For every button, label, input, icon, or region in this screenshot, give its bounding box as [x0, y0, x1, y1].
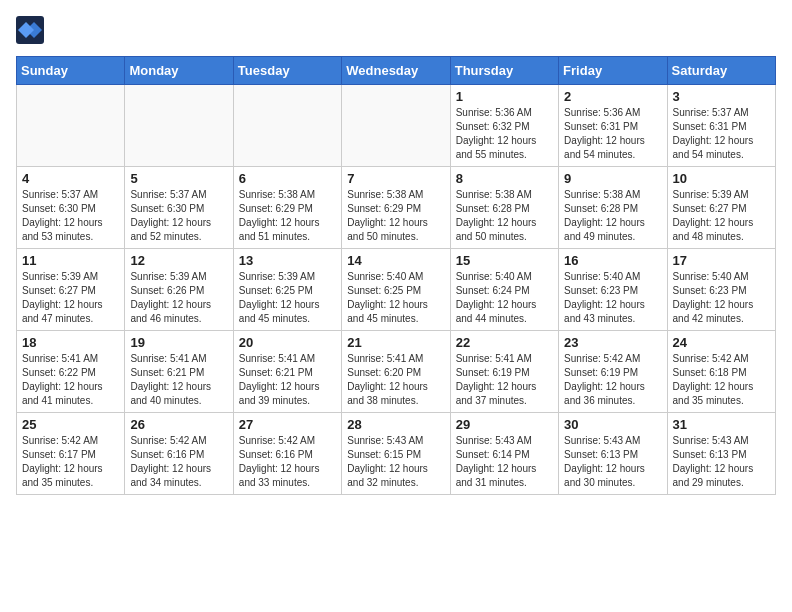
- day-number: 11: [22, 253, 119, 268]
- day-info: Sunrise: 5:38 AM Sunset: 6:29 PM Dayligh…: [239, 188, 336, 244]
- day-number: 25: [22, 417, 119, 432]
- logo: [16, 16, 48, 44]
- day-number: 16: [564, 253, 661, 268]
- day-info: Sunrise: 5:37 AM Sunset: 6:30 PM Dayligh…: [22, 188, 119, 244]
- day-info: Sunrise: 5:40 AM Sunset: 6:24 PM Dayligh…: [456, 270, 553, 326]
- day-number: 7: [347, 171, 444, 186]
- day-info: Sunrise: 5:42 AM Sunset: 6:16 PM Dayligh…: [239, 434, 336, 490]
- day-info: Sunrise: 5:39 AM Sunset: 6:26 PM Dayligh…: [130, 270, 227, 326]
- calendar-cell: 16Sunrise: 5:40 AM Sunset: 6:23 PM Dayli…: [559, 249, 667, 331]
- day-info: Sunrise: 5:37 AM Sunset: 6:31 PM Dayligh…: [673, 106, 770, 162]
- day-number: 1: [456, 89, 553, 104]
- day-number: 23: [564, 335, 661, 350]
- day-info: Sunrise: 5:41 AM Sunset: 6:21 PM Dayligh…: [130, 352, 227, 408]
- day-number: 27: [239, 417, 336, 432]
- weekday-header-saturday: Saturday: [667, 57, 775, 85]
- day-info: Sunrise: 5:40 AM Sunset: 6:25 PM Dayligh…: [347, 270, 444, 326]
- calendar-cell: 30Sunrise: 5:43 AM Sunset: 6:13 PM Dayli…: [559, 413, 667, 495]
- day-number: 12: [130, 253, 227, 268]
- weekday-header-monday: Monday: [125, 57, 233, 85]
- calendar-week-row-4: 18Sunrise: 5:41 AM Sunset: 6:22 PM Dayli…: [17, 331, 776, 413]
- day-number: 18: [22, 335, 119, 350]
- day-info: Sunrise: 5:43 AM Sunset: 6:13 PM Dayligh…: [564, 434, 661, 490]
- day-number: 21: [347, 335, 444, 350]
- day-info: Sunrise: 5:43 AM Sunset: 6:14 PM Dayligh…: [456, 434, 553, 490]
- weekday-header-thursday: Thursday: [450, 57, 558, 85]
- day-info: Sunrise: 5:38 AM Sunset: 6:28 PM Dayligh…: [564, 188, 661, 244]
- calendar-cell: 26Sunrise: 5:42 AM Sunset: 6:16 PM Dayli…: [125, 413, 233, 495]
- calendar-cell: 2Sunrise: 5:36 AM Sunset: 6:31 PM Daylig…: [559, 85, 667, 167]
- calendar-cell: 6Sunrise: 5:38 AM Sunset: 6:29 PM Daylig…: [233, 167, 341, 249]
- day-number: 10: [673, 171, 770, 186]
- calendar-cell: [233, 85, 341, 167]
- calendar-week-row-2: 4Sunrise: 5:37 AM Sunset: 6:30 PM Daylig…: [17, 167, 776, 249]
- day-number: 6: [239, 171, 336, 186]
- day-info: Sunrise: 5:38 AM Sunset: 6:28 PM Dayligh…: [456, 188, 553, 244]
- calendar-cell: 31Sunrise: 5:43 AM Sunset: 6:13 PM Dayli…: [667, 413, 775, 495]
- day-info: Sunrise: 5:40 AM Sunset: 6:23 PM Dayligh…: [673, 270, 770, 326]
- day-info: Sunrise: 5:39 AM Sunset: 6:27 PM Dayligh…: [22, 270, 119, 326]
- logo-icon: [16, 16, 44, 44]
- day-info: Sunrise: 5:41 AM Sunset: 6:21 PM Dayligh…: [239, 352, 336, 408]
- calendar-cell: 24Sunrise: 5:42 AM Sunset: 6:18 PM Dayli…: [667, 331, 775, 413]
- day-number: 3: [673, 89, 770, 104]
- day-info: Sunrise: 5:38 AM Sunset: 6:29 PM Dayligh…: [347, 188, 444, 244]
- day-info: Sunrise: 5:37 AM Sunset: 6:30 PM Dayligh…: [130, 188, 227, 244]
- day-number: 31: [673, 417, 770, 432]
- calendar-cell: 22Sunrise: 5:41 AM Sunset: 6:19 PM Dayli…: [450, 331, 558, 413]
- day-info: Sunrise: 5:42 AM Sunset: 6:16 PM Dayligh…: [130, 434, 227, 490]
- calendar-cell: 27Sunrise: 5:42 AM Sunset: 6:16 PM Dayli…: [233, 413, 341, 495]
- day-info: Sunrise: 5:36 AM Sunset: 6:31 PM Dayligh…: [564, 106, 661, 162]
- day-info: Sunrise: 5:36 AM Sunset: 6:32 PM Dayligh…: [456, 106, 553, 162]
- calendar: SundayMondayTuesdayWednesdayThursdayFrid…: [16, 56, 776, 495]
- weekday-header-friday: Friday: [559, 57, 667, 85]
- calendar-cell: 17Sunrise: 5:40 AM Sunset: 6:23 PM Dayli…: [667, 249, 775, 331]
- calendar-cell: 14Sunrise: 5:40 AM Sunset: 6:25 PM Dayli…: [342, 249, 450, 331]
- day-number: 8: [456, 171, 553, 186]
- day-number: 5: [130, 171, 227, 186]
- day-number: 14: [347, 253, 444, 268]
- calendar-cell: 11Sunrise: 5:39 AM Sunset: 6:27 PM Dayli…: [17, 249, 125, 331]
- calendar-cell: 18Sunrise: 5:41 AM Sunset: 6:22 PM Dayli…: [17, 331, 125, 413]
- day-number: 30: [564, 417, 661, 432]
- weekday-header-sunday: Sunday: [17, 57, 125, 85]
- calendar-cell: [17, 85, 125, 167]
- day-info: Sunrise: 5:43 AM Sunset: 6:13 PM Dayligh…: [673, 434, 770, 490]
- day-info: Sunrise: 5:39 AM Sunset: 6:27 PM Dayligh…: [673, 188, 770, 244]
- calendar-cell: 10Sunrise: 5:39 AM Sunset: 6:27 PM Dayli…: [667, 167, 775, 249]
- calendar-cell: 1Sunrise: 5:36 AM Sunset: 6:32 PM Daylig…: [450, 85, 558, 167]
- weekday-header-row: SundayMondayTuesdayWednesdayThursdayFrid…: [17, 57, 776, 85]
- day-number: 15: [456, 253, 553, 268]
- calendar-cell: 5Sunrise: 5:37 AM Sunset: 6:30 PM Daylig…: [125, 167, 233, 249]
- weekday-header-wednesday: Wednesday: [342, 57, 450, 85]
- day-number: 2: [564, 89, 661, 104]
- calendar-cell: 9Sunrise: 5:38 AM Sunset: 6:28 PM Daylig…: [559, 167, 667, 249]
- day-info: Sunrise: 5:41 AM Sunset: 6:22 PM Dayligh…: [22, 352, 119, 408]
- calendar-cell: 25Sunrise: 5:42 AM Sunset: 6:17 PM Dayli…: [17, 413, 125, 495]
- calendar-week-row-5: 25Sunrise: 5:42 AM Sunset: 6:17 PM Dayli…: [17, 413, 776, 495]
- day-number: 17: [673, 253, 770, 268]
- day-number: 26: [130, 417, 227, 432]
- day-info: Sunrise: 5:42 AM Sunset: 6:18 PM Dayligh…: [673, 352, 770, 408]
- day-info: Sunrise: 5:43 AM Sunset: 6:15 PM Dayligh…: [347, 434, 444, 490]
- calendar-cell: 12Sunrise: 5:39 AM Sunset: 6:26 PM Dayli…: [125, 249, 233, 331]
- calendar-cell: 19Sunrise: 5:41 AM Sunset: 6:21 PM Dayli…: [125, 331, 233, 413]
- calendar-cell: 21Sunrise: 5:41 AM Sunset: 6:20 PM Dayli…: [342, 331, 450, 413]
- calendar-cell: [125, 85, 233, 167]
- day-number: 4: [22, 171, 119, 186]
- calendar-cell: 3Sunrise: 5:37 AM Sunset: 6:31 PM Daylig…: [667, 85, 775, 167]
- calendar-week-row-1: 1Sunrise: 5:36 AM Sunset: 6:32 PM Daylig…: [17, 85, 776, 167]
- day-number: 9: [564, 171, 661, 186]
- day-number: 22: [456, 335, 553, 350]
- day-info: Sunrise: 5:42 AM Sunset: 6:19 PM Dayligh…: [564, 352, 661, 408]
- calendar-cell: [342, 85, 450, 167]
- day-number: 28: [347, 417, 444, 432]
- day-info: Sunrise: 5:41 AM Sunset: 6:19 PM Dayligh…: [456, 352, 553, 408]
- calendar-cell: 13Sunrise: 5:39 AM Sunset: 6:25 PM Dayli…: [233, 249, 341, 331]
- calendar-cell: 28Sunrise: 5:43 AM Sunset: 6:15 PM Dayli…: [342, 413, 450, 495]
- header: [16, 16, 776, 44]
- weekday-header-tuesday: Tuesday: [233, 57, 341, 85]
- calendar-cell: 20Sunrise: 5:41 AM Sunset: 6:21 PM Dayli…: [233, 331, 341, 413]
- day-number: 20: [239, 335, 336, 350]
- day-info: Sunrise: 5:40 AM Sunset: 6:23 PM Dayligh…: [564, 270, 661, 326]
